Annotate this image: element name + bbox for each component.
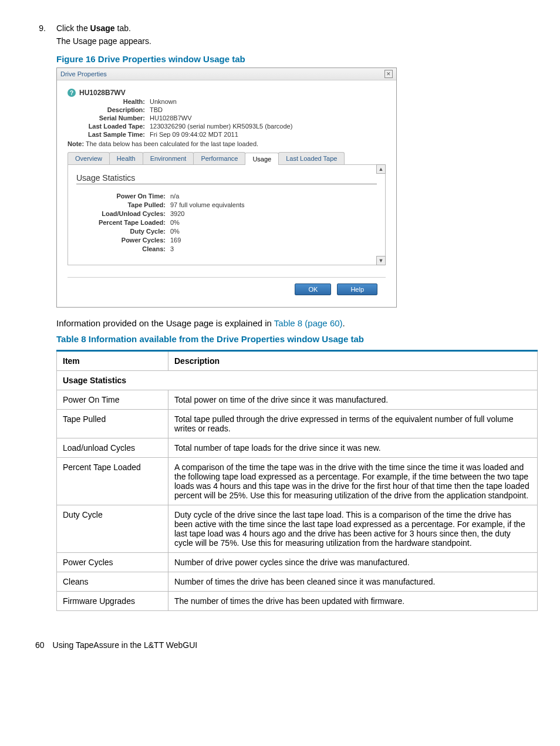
desc-cell: Number of drive power cycles since the d… (168, 553, 538, 572)
figure-caption: Figure 16 Drive Properties window Usage … (56, 54, 525, 64)
desc-cell: Total power on time of the drive since i… (168, 390, 538, 410)
table-row: Power CyclesNumber of drive power cycles… (57, 553, 538, 572)
step-9: 9. Click the Usage tab. (35, 23, 525, 33)
serial-value: HU1028B7WV (150, 114, 386, 121)
item-cell: Power On Time (57, 390, 168, 410)
usage-info-table: Item Description Usage Statistics Power … (56, 350, 538, 611)
drive-title: ? HU1028B7WV (68, 89, 386, 97)
cl-value: 3 (170, 245, 377, 252)
table-row: CleansNumber of times the drive has been… (57, 572, 538, 592)
table-row: Firmware UpgradesThe number of times the… (57, 592, 538, 611)
step-subtext: The Usage page appears. (56, 36, 525, 46)
tab-usage[interactable]: Usage (245, 153, 279, 165)
help-button[interactable]: Help (337, 283, 377, 295)
note-label: Note: (68, 140, 84, 147)
step-number: 9. (35, 23, 56, 33)
serial-label: Serial Number: (68, 114, 150, 121)
pc-label: Power Cycles: (76, 237, 170, 244)
page-number: 60 (35, 640, 45, 650)
table-row: Load/unload CyclesTotal number of tape l… (57, 438, 538, 458)
dc-label: Duty Cycle: (76, 228, 170, 235)
description-label: Description: (68, 106, 150, 113)
table-row: Percent Tape LoadedA comparison of the t… (57, 458, 538, 505)
note-row: Note: The data below has been calculated… (68, 140, 386, 147)
last-tape-label: Last Loaded Tape: (68, 123, 150, 130)
col-item: Item (57, 351, 168, 371)
pot-value: n/a (170, 193, 377, 200)
table-row: Tape PulledTotal tape pulled through the… (57, 410, 538, 438)
para-pre: Information provided on the Usage page i… (56, 318, 274, 328)
item-cell: Power Cycles (57, 553, 168, 572)
section-usage-statistics: Usage Statistics (57, 371, 538, 390)
desc-cell: A comparison of the time the tape was in… (168, 458, 538, 505)
desc-cell: Duty cycle of the drive since the last t… (168, 505, 538, 553)
item-cell: Load/unload Cycles (57, 438, 168, 458)
desc-cell: Number of times the drive has been clean… (168, 572, 538, 592)
ptl-value: 0% (170, 219, 377, 226)
description-value: TBD (150, 106, 386, 113)
window-titlebar: Drive Properties ✕ (57, 68, 396, 80)
item-cell: Percent Tape Loaded (57, 458, 168, 505)
last-time-label: Last Sample Time: (68, 131, 150, 138)
tab-last-loaded[interactable]: Last Loaded Tape (278, 152, 345, 164)
cl-label: Cleans: (76, 245, 170, 252)
desc-cell: The number of times the drive has been u… (168, 592, 538, 611)
pot-label: Power On Time: (76, 193, 170, 200)
table-row: Duty CycleDuty cycle of the drive since … (57, 505, 538, 553)
step-text-a: Click the (56, 23, 90, 33)
item-cell: Firmware Upgrades (57, 592, 168, 611)
last-tape-value: 1230326290 (serial number) KR5093L5 (bar… (150, 123, 386, 130)
tp-label: Tape Pulled: (76, 201, 170, 208)
ok-button[interactable]: OK (295, 283, 331, 295)
scroll-up-icon[interactable]: ▲ (376, 164, 386, 174)
note-text: The data below has been calculated for t… (86, 140, 258, 147)
drive-properties-window: Drive Properties ✕ ? HU1028B7WV Health:U… (56, 67, 397, 308)
table-row: Power On TimeTotal power on time of the … (57, 390, 538, 410)
pc-value: 169 (170, 237, 377, 244)
item-cell: Cleans (57, 572, 168, 592)
help-icon[interactable]: ? (68, 89, 76, 97)
close-icon[interactable]: ✕ (384, 70, 393, 78)
page-footer: 60 Using TapeAssure in the L&TT WebGUI (35, 640, 525, 650)
lu-label: Load/Unload Cycles: (76, 210, 170, 217)
desc-cell: Total tape pulled through the drive expr… (168, 410, 538, 438)
usage-panel: ▲ Usage Statistics Power On Time:n/a Tap… (68, 165, 386, 265)
step-text-strong: Usage (90, 23, 115, 33)
table-caption: Table 8 Information available from the D… (56, 334, 525, 344)
dialog-footer: OK Help (68, 277, 386, 301)
desc-cell: Total number of tape loads for the drive… (168, 438, 538, 458)
tp-value: 97 full volume equivalents (170, 201, 377, 208)
footer-title: Using TapeAssure in the L&TT WebGUI (53, 640, 198, 650)
step-text: Click the Usage tab. (56, 23, 525, 33)
ptl-label: Percent Tape Loaded: (76, 219, 170, 226)
col-description: Description (168, 351, 538, 371)
scroll-down-icon[interactable]: ▼ (376, 256, 386, 265)
tab-bar: Overview Health Environment Performance … (68, 152, 386, 165)
tab-environment[interactable]: Environment (143, 152, 194, 164)
window-title: Drive Properties (60, 70, 107, 77)
item-cell: Tape Pulled (57, 410, 168, 438)
drive-id: HU1028B7WV (79, 89, 126, 97)
tab-health[interactable]: Health (109, 152, 143, 164)
item-cell: Duty Cycle (57, 505, 168, 553)
last-time-value: Fri Sep 09 09:44:02 MDT 2011 (150, 131, 386, 138)
step-text-b: tab. (115, 23, 131, 33)
table-8-link[interactable]: Table 8 (page 60) (274, 318, 343, 328)
dc-value: 0% (170, 228, 377, 235)
usage-statistics-title: Usage Statistics (76, 173, 377, 184)
lu-value: 3920 (170, 210, 377, 217)
tab-performance[interactable]: Performance (193, 152, 245, 164)
para-post: . (343, 318, 345, 328)
health-value: Unknown (150, 98, 386, 105)
health-label: Health: (68, 98, 150, 105)
explanatory-paragraph: Information provided on the Usage page i… (56, 318, 525, 328)
tab-overview[interactable]: Overview (68, 152, 110, 164)
